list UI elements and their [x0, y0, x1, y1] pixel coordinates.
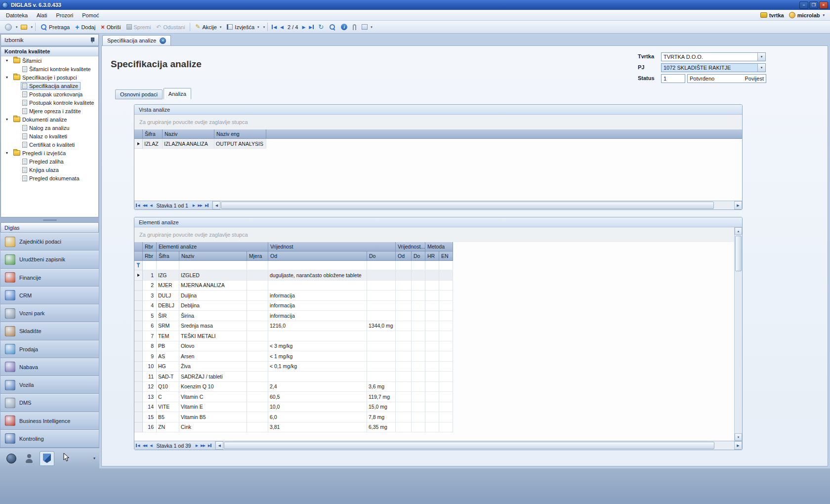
delete-button[interactable]: ×Obriši	[98, 23, 123, 32]
module-kontroling[interactable]: Kontroling	[0, 430, 99, 448]
module-vozni-park[interactable]: Vozni park	[0, 304, 99, 322]
module-financije[interactable]: Financije	[0, 269, 99, 287]
pager-prev-button[interactable]: ◀	[148, 201, 153, 210]
tree-item-pregledi-i-izvjesca[interactable]: ▾Pregledi i izvješća	[1, 149, 98, 157]
quality-control-icon-button[interactable]	[40, 451, 54, 466]
column-header-rbr[interactable]: Rbr	[143, 252, 157, 261]
tree-item-sifarnici[interactable]: ▾Šifarnici	[1, 56, 98, 65]
groupby-hint[interactable]: Za grupiranje povucite ovdje zaglavlje s…	[134, 115, 742, 129]
tree-item-pregled-zaliha[interactable]: Pregled zaliha	[1, 157, 98, 166]
actions-button[interactable]: ✎Akcije▾	[193, 23, 224, 32]
record-last-button[interactable]: ▶	[307, 24, 315, 31]
filter-cell[interactable]	[367, 261, 396, 270]
user-search-icon-button[interactable]	[22, 451, 37, 466]
column-header-naziv[interactable]: Naziv	[179, 252, 247, 261]
table-row[interactable]: 15B5Vitamin B56,07,8 mg	[134, 412, 742, 422]
column-header-en[interactable]: EN	[439, 252, 453, 261]
table-row[interactable]: 10HGŽiva< 0,1 mg/kg	[134, 362, 742, 372]
expander-icon[interactable]: ▾	[6, 75, 12, 80]
scrollbar-thumb[interactable]	[735, 236, 742, 271]
table-row[interactable]: 6SRMSrednja masa1216,01344,0 mg	[134, 321, 742, 332]
pager-next-button[interactable]: ▶	[191, 201, 196, 210]
sidebar-splitter[interactable]	[0, 218, 99, 222]
filter-cell[interactable]	[396, 261, 412, 270]
pager-prev-page-button[interactable]: ◀◀	[141, 201, 148, 210]
pager-first-button[interactable]: ◀	[134, 441, 141, 450]
history-link[interactable]: Povijest	[745, 76, 764, 82]
table-row[interactable]: 8PBOlovo< 3 mg/kg	[134, 341, 742, 352]
record-prev-button[interactable]: ◀	[279, 24, 285, 31]
search-button[interactable]: Pretraga	[38, 22, 72, 32]
table-row[interactable]: 11SAD-TSADRŽAJ / tableti	[134, 372, 742, 382]
scroll-right-button[interactable]: ▶	[734, 201, 742, 210]
filter-cell[interactable]	[247, 261, 268, 270]
tab-analiza[interactable]: Analiza	[164, 88, 191, 99]
filter-cell[interactable]	[179, 261, 247, 270]
scroll-left-button[interactable]: ◀	[215, 441, 223, 450]
scrollbar-thumb[interactable]	[221, 202, 714, 209]
status-input[interactable]: 1	[661, 74, 685, 83]
tree-item-sifarnici-kontrole-kvalitete[interactable]: Šifarnici kontrole kvalitete	[1, 65, 98, 73]
tab-close-icon[interactable]: ×	[160, 38, 166, 44]
tree-root-kontrola-kvalitete[interactable]: Kontrola kvalitete	[1, 47, 98, 56]
table-row[interactable]: 16ZNCink3,816,35 mg	[134, 422, 742, 433]
pj-combo[interactable]: 1072 SKLADIŠTE RAKITJE ▾	[661, 63, 766, 72]
tree-item-knjiga-ulaza[interactable]: Knjiga ulaza	[1, 166, 98, 174]
table-row[interactable]: 5ŠIRŠirinainformacija	[134, 311, 742, 321]
add-button[interactable]: +Dodaj	[73, 23, 98, 32]
table-row[interactable]: 14VITEVitamin E10,015,0 mg	[134, 402, 742, 413]
column-header-sifra[interactable]: Šifra	[157, 252, 179, 261]
tree-item-specifikacija-analize[interactable]: Specifikacija analize	[1, 82, 98, 90]
attachment-button[interactable]	[350, 23, 359, 32]
minimize-button[interactable]: −	[799, 1, 808, 9]
tree-item-mjere-opreza-i-zastite[interactable]: Mjere opreza i zaštite	[1, 107, 98, 115]
module-vozila[interactable]: Vozila	[0, 376, 99, 394]
tree-item-nalog-za-analizu[interactable]: Nalog za analizu	[1, 124, 98, 132]
status-text-field[interactable]: Potvrđeno Povijest	[687, 74, 766, 83]
horizontal-scrollbar[interactable]: ◀▶	[212, 201, 742, 210]
module-nabava[interactable]: Nabava	[0, 358, 99, 376]
module-zajednicki-podaci[interactable]: Zajednički podaci	[0, 233, 99, 251]
pager-last-button[interactable]: ▶	[207, 441, 213, 450]
filter-cell[interactable]	[425, 261, 439, 270]
expander-icon[interactable]: ▾	[6, 117, 12, 122]
column-group-metoda[interactable]: Metoda	[425, 242, 453, 252]
table-row[interactable]: 9ASArsen< 1 mg/kg	[134, 351, 742, 362]
scroll-right-button[interactable]: ▶	[734, 441, 742, 450]
filter-cell[interactable]	[439, 261, 453, 270]
column-group-elementi-analize[interactable]: Elementi analize	[157, 242, 268, 252]
pager-first-button[interactable]: ◀	[134, 201, 141, 210]
chevron-down-icon[interactable]: ▾	[757, 64, 765, 72]
column-header-mjera[interactable]: Mjera	[247, 252, 268, 261]
pager-prev-button[interactable]: ◀	[148, 441, 153, 450]
tree-item-postupak-uzorkovanja[interactable]: Postupak uzorkovanja	[1, 90, 98, 98]
pager-prev-page-button[interactable]: ◀◀	[141, 441, 148, 450]
scroll-down-button[interactable]: ▼	[735, 433, 742, 441]
column-group-rbr[interactable]: Rbr	[143, 242, 157, 252]
cancel-button[interactable]: ↶Odustani	[154, 23, 187, 32]
column-header-hr[interactable]: HR	[425, 252, 439, 261]
filter-cell[interactable]	[412, 261, 425, 270]
menu-datoteka[interactable]: Datoteka	[1, 11, 32, 20]
save-button[interactable]: Spremi	[124, 23, 154, 32]
column-group-vrijednost[interactable]: Vrijednost...	[396, 242, 425, 252]
pager-next-page-button[interactable]: ▶▶	[196, 201, 204, 210]
company-menu[interactable]: tvrtka	[760, 12, 784, 18]
tree-item-certifikat-o-kvaliteti[interactable]: Certifikat o kvaliteti	[1, 140, 98, 149]
column-header-od[interactable]: Od	[396, 252, 412, 261]
record-next-button[interactable]: ▶	[300, 24, 307, 31]
column-header-naziv-eng[interactable]: Naziv eng	[214, 129, 266, 139]
menu-pomoc[interactable]: Pomoć	[78, 11, 103, 20]
column-header-od[interactable]: Od	[268, 252, 367, 261]
column-header-naziv[interactable]: Naziv	[163, 129, 214, 139]
tree-item-nalaz-o-kvaliteti[interactable]: Nalaz o kvaliteti	[1, 132, 98, 140]
refresh-button[interactable]: ↻	[316, 23, 326, 31]
pin-icon[interactable]	[90, 37, 95, 43]
filter-cell[interactable]	[143, 261, 157, 270]
tree-item-pregled-dokumenata[interactable]: Pregled dokumenata	[1, 174, 98, 182]
reports-button[interactable]: Izvješća▾	[224, 23, 261, 32]
filter-cell[interactable]	[268, 261, 367, 270]
table-row[interactable]: 4DEBLJDebljinainformacija	[134, 301, 742, 311]
tab-osnovni-podaci[interactable]: Osnovni podaci	[115, 89, 163, 99]
module-crm[interactable]: CRM	[0, 287, 99, 304]
